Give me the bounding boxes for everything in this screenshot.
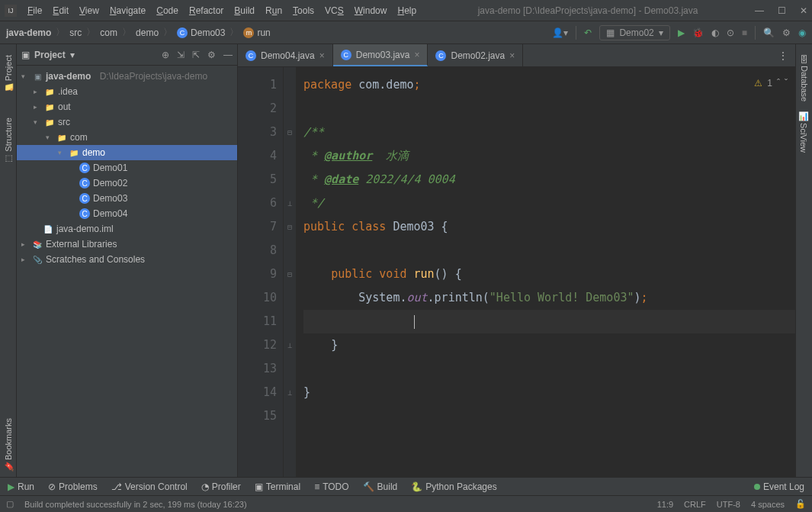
tool-event-log[interactable]: Event Log — [754, 481, 804, 492]
statusbar: ▢ Build completed successfully in 2 sec,… — [0, 495, 812, 512]
menu-build[interactable]: Build — [229, 4, 259, 18]
editor-tab[interactable]: C Demo02.java × — [428, 44, 523, 66]
line-separator[interactable]: CRLF — [684, 500, 706, 509]
tree-folder-idea[interactable]: ▸📁.idea — [17, 84, 237, 99]
tree-external-libraries[interactable]: ▸📚External Libraries — [17, 237, 237, 252]
close-icon[interactable]: × — [414, 50, 419, 60]
tree-file-iml[interactable]: 📄java-demo.iml — [17, 221, 237, 237]
menu-window[interactable]: Window — [350, 4, 392, 18]
profile-icon[interactable]: ⊙ — [727, 27, 734, 38]
editor-tab[interactable]: C Demo04.java × — [238, 44, 333, 66]
chevron-up-icon[interactable]: ˆ — [777, 72, 780, 95]
menu-refactor[interactable]: Refactor — [185, 4, 228, 18]
app-icon: ▦ — [606, 27, 615, 38]
close-icon[interactable]: ✕ — [800, 5, 807, 16]
back-arrow-icon[interactable]: ↶ — [584, 27, 592, 38]
tree-file[interactable]: CDemo02 — [17, 175, 237, 191]
scratch-icon: 📎 — [32, 254, 43, 265]
gear-icon[interactable]: ⚙ — [207, 50, 216, 60]
breadcrumb-item[interactable]: CDemo03 — [177, 27, 225, 38]
run-config-selector[interactable]: ▦ Demo02 ▾ — [599, 25, 669, 40]
text-cursor — [414, 315, 415, 329]
inspection-widget[interactable]: ⚠ 1 ˆ ˇ — [754, 72, 788, 95]
tree-folder-src[interactable]: ▾📁src — [17, 114, 237, 130]
menu-help[interactable]: Help — [393, 4, 421, 18]
stop-icon[interactable]: ■ — [742, 27, 747, 38]
line-gutter: 12 34 56 78 910 1112 1314 15 — [238, 67, 284, 477]
tab-database[interactable]: 🗄 Database — [798, 50, 810, 106]
gear-icon[interactable]: ⚙ — [782, 27, 791, 38]
tab-bookmarks[interactable]: 🔖 Bookmarks — [2, 414, 14, 477]
code-editor[interactable]: 12 34 56 78 910 1112 1314 15 ⊟ ⊥⊟ ⊟ ⊥ ⊥ … — [238, 67, 795, 477]
breadcrumb-item[interactable]: mrun — [243, 27, 270, 38]
tree-folder-demo[interactable]: ▾📁demo — [17, 145, 237, 160]
class-icon: C — [341, 50, 351, 60]
class-icon: C — [79, 163, 90, 173]
tree-scratches[interactable]: ▸📎Scratches and Consoles — [17, 252, 237, 267]
code-content[interactable]: ⚠ 1 ˆ ˇ package com.demo; /** * @author … — [296, 67, 795, 477]
menu-file[interactable]: File — [23, 4, 47, 18]
maximize-icon[interactable]: ☐ — [778, 5, 786, 16]
menu-edit[interactable]: Edit — [48, 4, 73, 18]
project-panel: ▣ Project ▾ ⊕ ⇲ ⇱ ⚙ — ▾▣ java-demo D:\Id… — [17, 44, 238, 477]
tree-folder-com[interactable]: ▾📁com — [17, 130, 237, 145]
breadcrumb-item[interactable]: src — [69, 27, 82, 38]
tool-problems[interactable]: ⊘Problems — [48, 481, 98, 492]
tool-python[interactable]: 🐍Python Packages — [411, 481, 496, 492]
menu-navigate[interactable]: Navigate — [105, 4, 150, 18]
tool-terminal[interactable]: ▣Terminal — [255, 481, 300, 492]
chevron-down-icon[interactable]: ˇ — [785, 72, 788, 95]
run-icon[interactable]: ▶ — [678, 27, 685, 38]
editor-tab[interactable]: C Demo03.java × — [333, 44, 428, 66]
error-icon: ⊘ — [48, 481, 56, 492]
cursor-position[interactable]: 11:9 — [657, 500, 673, 509]
left-tool-gutter: 📁 Project ⬚ Structure 🔖 Bookmarks — [0, 44, 17, 477]
menu-view[interactable]: View — [75, 4, 104, 18]
breadcrumb-item[interactable]: java-demo — [6, 27, 51, 38]
coverage-icon[interactable]: ◐ — [711, 27, 719, 38]
hide-icon[interactable]: — — [223, 50, 233, 60]
ide-icon[interactable]: ◉ — [798, 27, 806, 38]
tree-file[interactable]: CDemo03 — [17, 191, 237, 206]
search-icon[interactable]: 🔍 — [763, 27, 775, 38]
class-icon: C — [177, 27, 188, 38]
tree-file[interactable]: CDemo01 — [17, 160, 237, 175]
chevron-right-icon: 〉 — [163, 26, 172, 39]
breadcrumb-item[interactable]: com — [100, 27, 117, 38]
tab-more-icon[interactable]: ⋮ — [771, 44, 795, 66]
breadcrumb-item[interactable]: demo — [136, 27, 159, 38]
debug-icon[interactable]: 🐞 — [692, 27, 704, 38]
tool-build[interactable]: 🔨Build — [363, 481, 398, 492]
tool-profiler[interactable]: ◔Profiler — [201, 481, 241, 492]
tool-todo[interactable]: ≡TODO — [314, 481, 348, 492]
tab-sciview[interactable]: 📊 SciView — [798, 106, 810, 157]
collapse-icon[interactable]: ⇱ — [192, 50, 200, 60]
indent[interactable]: 4 spaces — [751, 500, 785, 509]
tree-root[interactable]: ▾▣ java-demo D:\IdeaProjects\java-demo — [17, 69, 237, 84]
status-icon[interactable]: ▢ — [6, 499, 14, 509]
menu-vcs[interactable]: VCS — [320, 4, 348, 18]
tree-folder-out[interactable]: ▸📁out — [17, 99, 237, 114]
menu-tools[interactable]: Tools — [288, 4, 319, 18]
chevron-down-icon[interactable]: ▾ — [70, 50, 75, 60]
minimize-icon[interactable]: — — [755, 5, 764, 16]
tool-run[interactable]: ▶Run — [8, 481, 34, 492]
close-icon[interactable]: × — [509, 50, 515, 61]
tab-structure[interactable]: ⬚ Structure — [2, 113, 14, 169]
close-icon[interactable]: × — [319, 50, 325, 61]
tree-file[interactable]: CDemo04 — [17, 206, 237, 221]
user-icon[interactable]: 👤▾ — [552, 27, 568, 38]
tab-project[interactable]: 📁 Project — [2, 50, 14, 98]
expand-icon[interactable]: ⇲ — [177, 50, 185, 60]
tool-version-control[interactable]: ⎇Version Control — [111, 481, 188, 492]
library-icon: 📚 — [32, 239, 43, 250]
project-panel-title[interactable]: Project — [34, 50, 66, 60]
warning-icon: ⚠ — [754, 72, 762, 95]
menu-run[interactable]: Run — [261, 4, 287, 18]
target-icon[interactable]: ⊕ — [162, 50, 169, 60]
chevron-down-icon: ▾ — [659, 27, 663, 38]
readonly-icon[interactable]: 🔓 — [795, 499, 806, 509]
menubar: File Edit View Navigate Code Refactor Bu… — [23, 4, 421, 18]
encoding[interactable]: UTF-8 — [717, 500, 740, 509]
menu-code[interactable]: Code — [152, 4, 183, 18]
